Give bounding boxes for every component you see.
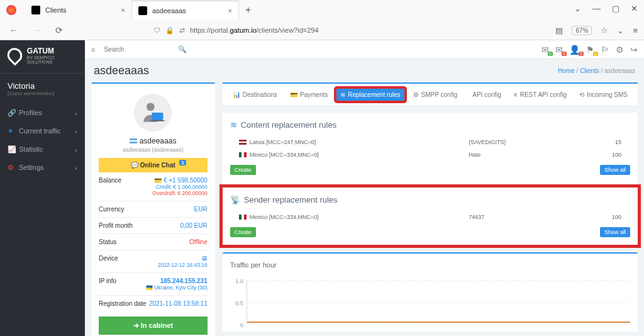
flag-icon [239, 215, 247, 220]
device-label: Device [99, 255, 118, 268]
favicon-icon [138, 6, 147, 15]
window-maximize-icon[interactable]: ▢ [612, 4, 619, 13]
share-icon: ✶ [8, 127, 15, 135]
currency-label: Currency [99, 206, 125, 213]
sidebar-item-traffic[interactable]: ✶Current traffic‹ [0, 122, 85, 140]
reg-value: 2021-11-08 13:58:11 [149, 300, 208, 307]
window-dropdown-icon[interactable]: ⌄ [574, 4, 581, 13]
browser-tab-asdeeaaas[interactable]: asdeeaaas × [132, 1, 239, 20]
avatar [134, 94, 172, 132]
brand: GATUM BY SEMPICO SOLUTIONS [0, 47, 85, 74]
create-content-rule-button[interactable]: Create [230, 165, 256, 175]
menu-icon[interactable]: ≡ [633, 26, 638, 35]
reg-label: Registration date [99, 300, 147, 307]
permissions-icon[interactable]: ⇄ [179, 26, 185, 35]
rule-row[interactable]: Latvia [MCC=247,MNC=0]{SAVEDIGITS}15 [230, 136, 630, 148]
sidebar-item-profiles[interactable]: 🔗Profiles‹ [0, 104, 85, 122]
wave-icon: ≋ [230, 120, 237, 130]
reader-icon[interactable]: ▤ [555, 26, 563, 35]
page-title: asdeeaaas [94, 64, 149, 77]
brand-logo-icon [4, 45, 25, 65]
traffic-chart: 00.51.0 [247, 280, 630, 324]
tab-title: Clients [45, 6, 116, 14]
tab-close-icon[interactable]: × [228, 7, 232, 14]
bookmark-icon[interactable]: ☆ [601, 26, 608, 35]
balance-value: 💳 € +1 598,50000 Credit: € 1 000,00000 O… [152, 177, 207, 196]
traffic-chart-card: Traffic per hour 00.51.0 [223, 252, 638, 332]
tab-icon: ≡ [514, 91, 518, 98]
tab-close-icon[interactable]: × [121, 6, 125, 14]
browser-tab-clients[interactable]: Clients × [25, 1, 132, 20]
client-name: asdeeaaas [99, 137, 208, 145]
chevron-left-icon: ‹ [75, 146, 77, 154]
tab-smpp-config[interactable]: ⚙SMPP config [408, 87, 463, 102]
sender-rules-title: 📡Sender replacement rules [230, 195, 630, 204]
top-badge[interactable]: ✉0 [555, 45, 563, 55]
svg-point-0 [147, 103, 155, 111]
address-bar[interactable]: 🛡 🔒 ⇄ https://portal.gatum.io/clients/vi… [150, 26, 477, 35]
tab-payments[interactable]: 💳Payments [285, 87, 333, 102]
top-badge[interactable]: ⚑0 [586, 45, 594, 55]
client-card: asdeeaaas asdeeaaas (asdeeaaas) 💬 Online… [91, 82, 215, 336]
chevron-left-icon: ‹ [75, 128, 77, 135]
sidebar-item-settings[interactable]: ⚙Settings‹ [0, 159, 85, 177]
window-minimize-icon[interactable]: — [592, 4, 601, 13]
brand-name: GATUM [27, 47, 77, 55]
in-cabinet-button[interactable]: ➜ In cabinet [99, 316, 208, 335]
tab-destinations[interactable]: 📊Destinations [228, 87, 282, 102]
rule-row[interactable]: Mexico [MCC=334,MNC=0]74637100 [230, 211, 630, 223]
device-value: 🖥2022-12-12 16:43:16 [158, 255, 208, 268]
hamburger-icon[interactable]: ≡ [91, 46, 95, 53]
tab-replacement-rules[interactable]: ≋Replacement rules [335, 87, 405, 102]
gear-icon: ⚙ [8, 164, 15, 172]
tab-rest-api-config[interactable]: ≡REST API config [509, 87, 572, 102]
create-sender-rule-button[interactable]: Create [230, 227, 256, 237]
new-tab-button[interactable]: + [239, 4, 257, 16]
firefox-logo-icon [6, 5, 16, 15]
ip-label: IP info [99, 277, 116, 291]
show-all-content-rules-button[interactable]: Show all [600, 165, 630, 175]
client-sub: asdeeaaas (asdeeaaas) [99, 147, 208, 153]
user-role: [Super administrator] [8, 91, 77, 96]
currency-value: EUR [194, 206, 208, 213]
online-chat-button[interactable]: 💬 Online Chat1 [99, 158, 208, 172]
sidebar: GATUM BY SEMPICO SOLUTIONS Victoria [Sup… [0, 40, 85, 336]
chat-badge: 1 [179, 160, 186, 165]
forward-button: → [29, 25, 44, 35]
breadcrumb-clients[interactable]: Clients [580, 67, 599, 74]
top-badge[interactable]: ⚙ [616, 45, 624, 55]
current-user: Victoria [Super administrator] [0, 74, 85, 104]
profit-value: 0,00 EUR [180, 222, 207, 229]
balance-label: Balance [99, 177, 121, 196]
monitor-icon: 🖥 [201, 255, 208, 262]
sidebar-item-statistic[interactable]: 📈Statistic‹ [0, 140, 85, 159]
breadcrumb-current: asdeeaaas [604, 67, 635, 74]
tab-incoming-sms[interactable]: ⟲Incoming SMS [574, 87, 633, 102]
tab-icon: ≋ [340, 91, 345, 98]
search-icon[interactable]: 🔍 [178, 45, 187, 53]
lock-icon[interactable]: 🔒 [165, 26, 174, 35]
client-tabs: 📊Destinations💳Payments≋Replacement rules… [223, 82, 638, 105]
breadcrumb-home[interactable]: Home [558, 67, 575, 74]
reload-button[interactable]: ⟳ [52, 25, 67, 35]
top-badge[interactable]: 🏳 [601, 45, 609, 55]
svg-rect-1 [152, 113, 164, 120]
content-rules-title: ≋Content replacement rules [230, 120, 630, 130]
window-close-icon[interactable]: ✕ [631, 4, 638, 13]
show-all-sender-rules-button[interactable]: Show all [600, 227, 630, 237]
rule-row[interactable]: Mexico [MCC=334,MNC=0]Hate100 [230, 148, 630, 161]
top-badge[interactable]: ↪ [630, 45, 638, 55]
tab-icon: 📊 [233, 91, 240, 98]
shield-icon[interactable]: 🛡 [153, 26, 160, 34]
top-badge[interactable]: 👤0 [569, 45, 580, 55]
tab-icon: 💳 [290, 91, 297, 98]
search-input[interactable] [101, 43, 189, 55]
pocket-icon[interactable]: ⌄ [617, 26, 624, 35]
zoom-level[interactable]: 67% [572, 26, 592, 35]
flag-ar-icon [130, 138, 137, 143]
back-button[interactable]: ← [6, 25, 21, 35]
flag-icon [239, 140, 247, 145]
tab-api-config[interactable]: API config [465, 87, 506, 102]
top-badge[interactable]: ✉0 [541, 45, 549, 55]
chart-icon: 📈 [8, 145, 15, 154]
